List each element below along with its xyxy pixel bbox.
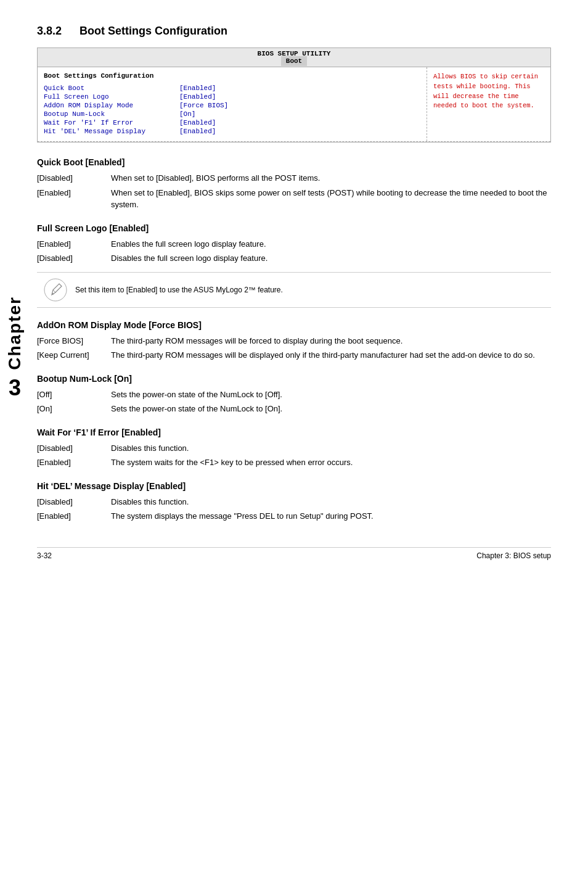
addon-rom-force-bios: [Force BIOS] The third-party ROM message… [37, 335, 551, 347]
option-desc: The third-party ROM messages will be dis… [111, 349, 551, 361]
quick-boot-enabled: [Enabled] When set to [Enabled], BIOS sk… [37, 187, 551, 211]
bios-boot-tab: Boot [281, 56, 307, 66]
bios-item-value-3: [On] [179, 110, 195, 118]
note-box: Set this item to [Enabled] to use the AS… [37, 272, 551, 308]
bios-item-numlock: Bootup Num-Lock [On] [44, 110, 420, 118]
option-key: [Enabled] [37, 238, 111, 250]
option-key: [Disabled] [37, 496, 111, 508]
bios-main-panel: Boot Settings Configuration Quick Boot [… [38, 67, 427, 141]
hit-del-title: Hit ‘DEL’ Message Display [Enabled] [37, 481, 551, 491]
option-key: [Force BIOS] [37, 335, 111, 347]
full-screen-logo-section: Full Screen Logo [Enabled] [Enabled] Ena… [37, 223, 551, 308]
bios-item-name-2: AddOn ROM Display Mode [44, 102, 179, 109]
bios-item-value-2: [Force BIOS] [179, 102, 228, 109]
section-number: 3.8.2 [37, 25, 62, 37]
section-heading: 3.8.2 Boot Settings Configuration [37, 25, 551, 38]
option-desc: When set to [Disabled], BIOS performs al… [111, 172, 551, 184]
bios-item-quick-boot: Quick Boot [Enabled] [44, 85, 420, 92]
option-key: [Off] [37, 389, 111, 401]
option-key: [Disabled] [37, 172, 111, 184]
addon-rom-section: AddOn ROM Display Mode [Force BIOS] [For… [37, 320, 551, 361]
note-pencil-icon [43, 278, 68, 302]
full-screen-logo-title: Full Screen Logo [Enabled] [37, 223, 551, 233]
option-desc: The system waits for the <F1> key to be … [111, 456, 551, 469]
option-desc: The system displays the message "Press D… [111, 510, 551, 522]
bootup-numlock-section: Bootup Num-Lock [On] [Off] Sets the powe… [37, 374, 551, 415]
section-title: Boot Settings Configuration [80, 25, 227, 37]
numlock-on: [On] Sets the power-on state of the NumL… [37, 403, 551, 415]
option-desc: Disables the full screen logo display fe… [111, 252, 551, 265]
bios-header: BIOS SETUP UTILITY Boot [38, 48, 550, 67]
option-desc: Enables the full screen logo display fea… [111, 238, 551, 250]
note-text: Set this item to [Enabled] to use the AS… [75, 286, 283, 294]
hit-del-enabled: [Enabled] The system displays the messag… [37, 510, 551, 522]
bootup-numlock-title: Bootup Num-Lock [On] [37, 374, 551, 384]
option-key: [Keep Current] [37, 349, 111, 361]
wait-f1-title: Wait For ‘F1’ If Error [Enabled] [37, 427, 551, 437]
wait-f1-disabled: [Disabled] Disables this function. [37, 442, 551, 455]
bios-item-name-4: Wait For 'F1' If Error [44, 119, 179, 126]
option-desc: The third-party ROM messages will be for… [111, 335, 551, 347]
bios-item-value-1: [Enabled] [179, 93, 216, 101]
bios-item-name-5: Hit 'DEL' Message Display [44, 128, 179, 135]
chapter-label: Chapter [6, 296, 23, 370]
bios-config-title: Boot Settings Configuration [44, 72, 420, 80]
hit-del-section: Hit ‘DEL’ Message Display [Enabled] [Dis… [37, 481, 551, 522]
full-screen-disabled: [Disabled] Disables the full screen logo… [37, 252, 551, 265]
bios-item-wait-f1: Wait For 'F1' If Error [Enabled] [44, 119, 420, 126]
bios-item-name-0: Quick Boot [44, 85, 179, 92]
option-desc: Disables this function. [111, 442, 551, 455]
hit-del-disabled: [Disabled] Disables this function. [37, 496, 551, 508]
addon-rom-title: AddOn ROM Display Mode [Force BIOS] [37, 320, 551, 330]
quick-boot-title: Quick Boot [Enabled] [37, 157, 551, 167]
bios-item-value-5: [Enabled] [179, 128, 216, 135]
option-key: [Enabled] [37, 187, 111, 211]
svg-point-0 [44, 279, 67, 301]
option-desc: Disables this function. [111, 496, 551, 508]
page-number: 3-32 [37, 551, 52, 560]
bios-help-sidebar: Allows BIOS to skip certain tests while … [427, 67, 550, 141]
option-key: [Disabled] [37, 252, 111, 265]
bios-item-name-1: Full Screen Logo [44, 93, 179, 101]
option-key: [Enabled] [37, 510, 111, 522]
addon-rom-keep-current: [Keep Current] The third-party ROM messa… [37, 349, 551, 361]
bios-item-addon-rom: AddOn ROM Display Mode [Force BIOS] [44, 102, 420, 109]
option-desc: When set to [Enabled], BIOS skips some p… [111, 187, 551, 211]
bios-item-name-3: Bootup Num-Lock [44, 110, 179, 118]
bios-item-hit-del: Hit 'DEL' Message Display [Enabled] [44, 128, 420, 135]
bios-item-value-0: [Enabled] [179, 85, 216, 92]
bios-item-value-4: [Enabled] [179, 119, 216, 126]
page-footer: 3-32 Chapter 3: BIOS setup [37, 547, 551, 560]
bios-item-full-screen: Full Screen Logo [Enabled] [44, 93, 420, 101]
chapter-sidebar: Chapter 3 [0, 296, 30, 401]
quick-boot-disabled: [Disabled] When set to [Disabled], BIOS … [37, 172, 551, 184]
full-screen-enabled: [Enabled] Enables the full screen logo d… [37, 238, 551, 250]
wait-f1-enabled: [Enabled] The system waits for the <F1> … [37, 456, 551, 469]
option-desc: Sets the power-on state of the NumLock t… [111, 389, 551, 401]
bios-help-text: Allows BIOS to skip certain tests while … [433, 73, 538, 109]
bios-setup-box: BIOS SETUP UTILITY Boot Boot Settings Co… [37, 47, 551, 142]
chapter-ref: Chapter 3: BIOS setup [476, 551, 551, 560]
option-desc: Sets the power-on state of the NumLock t… [111, 403, 551, 415]
chapter-number: 3 [9, 375, 21, 401]
wait-f1-section: Wait For ‘F1’ If Error [Enabled] [Disabl… [37, 427, 551, 469]
option-key: [On] [37, 403, 111, 415]
quick-boot-section: Quick Boot [Enabled] [Disabled] When set… [37, 157, 551, 211]
option-key: [Enabled] [37, 456, 111, 469]
option-key: [Disabled] [37, 442, 111, 455]
numlock-off: [Off] Sets the power-on state of the Num… [37, 389, 551, 401]
